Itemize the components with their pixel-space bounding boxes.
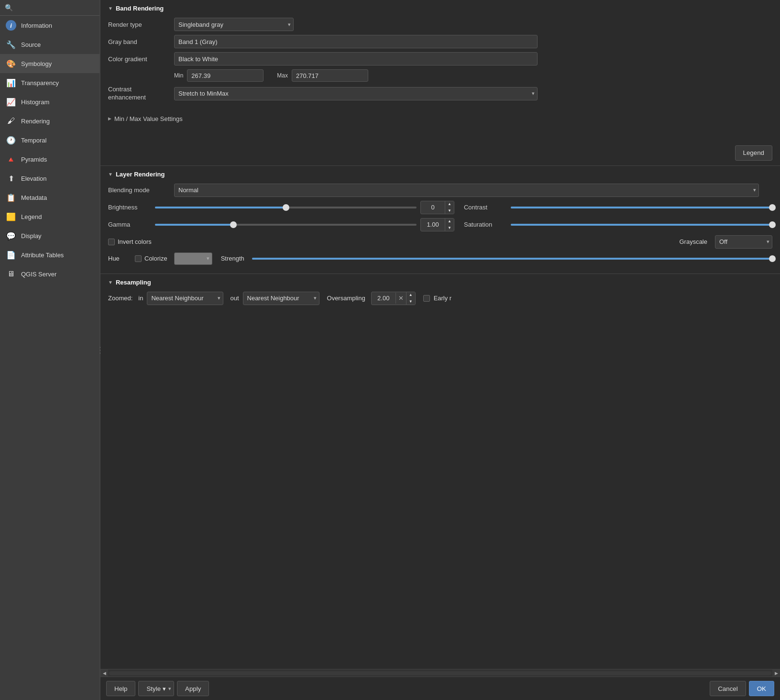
brightness-decrement-btn[interactable]: ▼ [445,208,454,214]
brightness-slider-thumb[interactable] [283,204,289,211]
resampling-header: ▼ Resampling [108,279,556,286]
search-icon: 🔍 [5,4,13,11]
brightness-label: Brightness [108,204,151,211]
sidebar-item-information[interactable]: i Information [0,16,100,35]
color-gradient-label: Color gradient [108,55,170,63]
sidebar-item-label-transparency: Transparency [21,79,59,87]
brightness-slider-track[interactable] [155,207,417,208]
sidebar-item-symbology[interactable]: 🎨 Symbology [0,54,100,73]
max-value: 270.717 [292,69,368,82]
gamma-decrement-btn[interactable]: ▼ [445,225,454,231]
early-resampling-checkbox-wrap[interactable] [423,295,430,302]
sidebar-item-metadata[interactable]: 📋 Metadata [0,188,100,207]
saturation-slider-track[interactable] [511,224,556,226]
sidebar: 🔍 i Information 🔧 Source 🎨 Symbology 📊 T… [0,0,100,481]
colorize-checkbox[interactable] [135,255,142,262]
sidebar-item-histogram[interactable]: 📈 Histogram [0,92,100,111]
oversampling-spinbox-buttons: ▲ ▼ [406,292,415,305]
sidebar-item-source[interactable]: 🔧 Source [0,35,100,54]
color-gradient-row: Color gradient [108,52,556,66]
display-icon: 💬 [6,230,16,241]
oversampling-increment-btn[interactable]: ▲ [406,292,415,298]
gray-band-row: Gray band [108,35,556,48]
scrollable-area: ▼ Band Rendering Render type Singleband … [100,0,556,481]
elevation-icon: ⬆ [6,173,16,184]
sidebar-item-label-attribute-tables: Attribute Tables [21,252,64,259]
gamma-input[interactable] [421,219,445,230]
band-rendering-collapse-arrow[interactable]: ▼ [108,6,113,11]
early-resampling-label: Early r [434,295,452,302]
gamma-increment-btn[interactable]: ▲ [445,218,454,225]
sidebar-item-pyramids[interactable]: 🔺 Pyramids [0,150,100,169]
oversampling-spinbox: ✕ ▲ ▼ [371,292,416,305]
zoomed-out-select[interactable]: Nearest Neighbour Bilinear Cubic [243,292,319,305]
resampling-row: Zoomed: in Nearest Neighbour Bilinear Cu… [108,292,556,305]
legend-btn-container: Legend [108,145,556,161]
gamma-slider-track[interactable] [155,224,417,226]
sidebar-item-legend[interactable]: 🟨 Legend [0,207,100,226]
oversampling-input[interactable] [372,293,395,304]
sidebar-item-transparency[interactable]: 📊 Transparency [0,73,100,92]
contrast-enhancement-select[interactable]: Stretch to MinMax No enhancement Stretch… [174,87,538,100]
hue-label: Hue [108,255,127,262]
colorize-color-swatch[interactable] [174,252,212,265]
oversampling-decrement-btn[interactable]: ▼ [406,298,415,305]
sidebar-item-rendering[interactable]: 🖌 Rendering [0,111,100,131]
source-icon: 🔧 [6,39,16,50]
minmax-settings-header[interactable]: ▶ Min / Max Value Settings [108,111,556,126]
colorize-label: Colorize [144,255,167,262]
histogram-icon: 📈 [6,97,16,107]
sidebar-item-display[interactable]: 💬 Display [0,226,100,245]
colorize-checkbox-wrap[interactable]: Colorize [135,255,167,262]
invert-colors-checkbox[interactable] [108,239,115,245]
sidebar-item-label-information: Information [21,22,52,29]
band-rendering-section: ▼ Band Rendering Render type Singleband … [100,0,556,165]
render-type-select[interactable]: Singleband gray Multiband color Singleba… [174,18,294,31]
early-resampling-checkbox[interactable] [423,295,430,302]
minmax-settings-arrow: ▶ [108,116,111,121]
resampling-section: ▼ Resampling Zoomed: in Nearest Neighbou… [100,273,556,310]
contrast-slider-container [511,207,556,208]
metadata-icon: 📋 [6,192,16,203]
invert-grayscale-row: Invert colors Grayscale Off By lightness… [108,235,556,249]
colorize-color-select-wrapper [174,252,212,265]
oversampling-clear-btn[interactable]: ✕ [395,293,406,304]
contrast-slider-track[interactable] [511,207,556,208]
brightness-input[interactable] [421,202,445,213]
resampling-collapse-arrow[interactable]: ▼ [108,280,113,285]
gamma-saturation-row: Gamma ▲ ▼ Saturation [108,218,556,231]
pyramids-icon: 🔺 [6,154,16,164]
saturation-slider-container [511,224,556,226]
contrast-enhancement-row: Contrast enhancement Stretch to MinMax N… [108,86,556,102]
sidebar-item-label-metadata: Metadata [21,194,47,201]
layer-rendering-collapse-arrow[interactable]: ▼ [108,172,113,177]
gamma-spinbox-buttons: ▲ ▼ [445,218,454,231]
zoomed-in-select[interactable]: Nearest Neighbour Bilinear Cubic [147,292,223,305]
minmax-settings-title: Min / Max Value Settings [114,115,183,122]
gray-band-input[interactable] [174,35,538,48]
oversampling-label: Oversampling [327,295,365,302]
color-gradient-input[interactable] [174,52,538,66]
min-value: 267.39 [187,69,264,82]
brightness-increment-btn[interactable]: ▲ [445,201,454,208]
zoomed-label: Zoomed: [108,295,132,302]
gamma-slider-fill [155,224,233,226]
sidebar-item-attribute-tables[interactable]: 📄 Attribute Tables [0,245,100,264]
qgis-server-icon: 🖥 [6,269,16,279]
gamma-label: Gamma [108,221,151,228]
sidebar-item-qgis-server[interactable]: 🖥 QGIS Server [0,264,100,284]
strength-slider-track[interactable] [252,258,556,260]
transparency-icon: 📊 [6,77,16,88]
gamma-slider-thumb[interactable] [230,221,237,228]
invert-colors-checkbox-wrap[interactable]: Invert colors [108,238,152,245]
sidebar-item-elevation[interactable]: ⬆ Elevation [0,169,100,188]
saturation-label: Saturation [464,221,507,228]
sidebar-item-temporal[interactable]: 🕐 Temporal [0,131,100,150]
brightness-slider-fill [155,207,286,208]
render-type-select-wrapper: Singleband gray Multiband color Singleba… [174,18,294,31]
zoomed-out-select-wrapper: Nearest Neighbour Bilinear Cubic [243,292,319,305]
strength-slider-container [252,258,556,260]
blending-mode-select[interactable]: Normal Lighten Screen Dodge Multiply [174,184,556,197]
rendering-icon: 🖌 [6,116,16,126]
gamma-spinbox: ▲ ▼ [420,218,454,231]
